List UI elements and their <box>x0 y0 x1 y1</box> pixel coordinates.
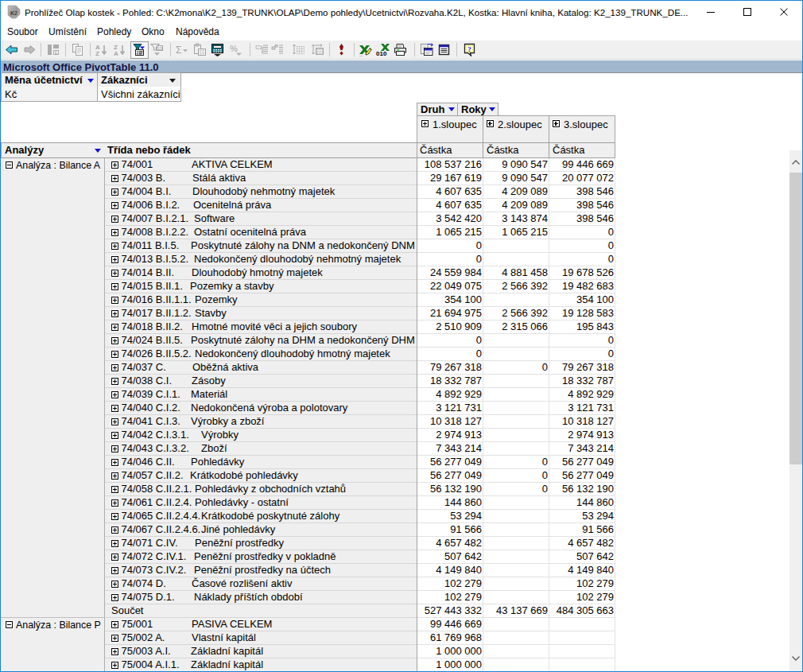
svg-text:Z: Z <box>95 50 99 56</box>
svg-text:10: 10 <box>157 46 162 51</box>
svg-text:Σ: Σ <box>176 45 181 56</box>
svg-text:...: ... <box>359 52 363 57</box>
svg-text:?: ? <box>467 45 471 53</box>
svg-text:E: E <box>55 50 58 55</box>
svg-text:010: 010 <box>376 50 387 56</box>
svg-text:K2: K2 <box>10 10 17 16</box>
svg-text:%: % <box>230 44 238 53</box>
svg-text:A: A <box>114 50 118 56</box>
